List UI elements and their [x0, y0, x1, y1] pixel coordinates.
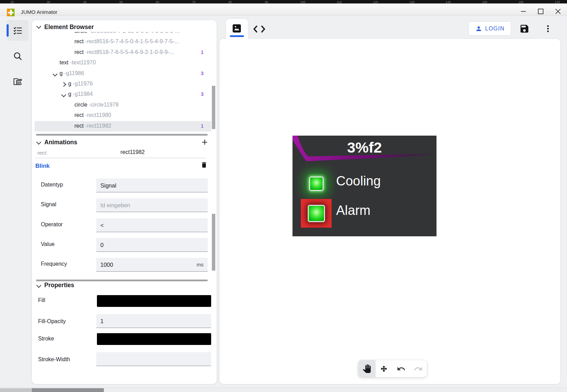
- checklist-icon: [13, 26, 22, 35]
- tree-hscrollbar-thumb[interactable]: [36, 134, 208, 136]
- stroke-color-swatch[interactable]: [97, 333, 211, 345]
- bottom-scrollbar[interactable]: [0, 388, 567, 392]
- stroke-label: Stroke: [38, 336, 54, 342]
- canvas-toolbar: [358, 360, 427, 377]
- folder-icon: [13, 77, 22, 86]
- tree-node-label: g -g11984: [68, 91, 93, 97]
- add-animation-button[interactable]: +: [201, 137, 208, 147]
- tab-design-view[interactable]: [226, 19, 248, 39]
- tree-row[interactable]: text -text11970: [35, 58, 211, 68]
- tree-row[interactable]: rect -rect119821: [35, 121, 211, 131]
- redo-icon: [414, 364, 423, 373]
- maximize-icon: [536, 7, 546, 16]
- ruler-label: 150: [480, 0, 489, 3]
- move-tool-button[interactable]: [376, 360, 393, 377]
- tree-node-label: text -text11970: [60, 60, 96, 66]
- ruler-label: 140: [444, 0, 453, 3]
- hand-icon: [362, 364, 371, 373]
- tree-scrollbar-thumb[interactable]: [212, 86, 215, 129]
- rail-item-elements[interactable]: [7, 20, 28, 41]
- tree-row[interactable]: rect -rect11980: [35, 110, 211, 121]
- image-icon: [232, 23, 242, 34]
- element-browser-header[interactable]: Element Browser: [32, 20, 217, 32]
- chevron-down-icon: [36, 283, 41, 288]
- form-row: SignalId eingeben: [32, 198, 217, 212]
- alarm-label[interactable]: Alarm: [336, 202, 370, 219]
- field-placeholder: Id eingeben: [100, 202, 130, 208]
- tree-node-label: rect -rect11982: [74, 123, 111, 129]
- field-label-value: Value: [41, 241, 55, 247]
- ruler-label: 40: [80, 0, 89, 3]
- tree-node-label: circle -circle11978: [74, 102, 119, 108]
- field-unit-suffix: ms: [197, 258, 204, 272]
- tree-row[interactable]: rect -rect8518-7-6-5-5-4-6-9-2-1-0-9-9-.…: [35, 47, 211, 58]
- save-button[interactable]: [519, 23, 530, 35]
- tree-row[interactable]: g -g119863: [35, 69, 211, 79]
- ruler-label: 20: [8, 0, 17, 3]
- kebab-menu-icon: [543, 24, 552, 33]
- pan-tool-button[interactable]: [358, 360, 376, 377]
- rail-selected-indicator: [7, 24, 9, 37]
- animation-name-link[interactable]: Blink: [35, 163, 50, 170]
- maximize-button[interactable]: [536, 7, 546, 16]
- properties-title: Properties: [44, 282, 74, 289]
- hmi-dark-panel[interactable]: 3%f2 Cooling Alarm: [292, 136, 436, 236]
- tree-row[interactable]: rect -rect8516-5-7-4-5-0-4-1-5-5-4-9-7-5…: [35, 37, 211, 47]
- chevron-down-icon[interactable]: [61, 92, 66, 97]
- fill-color-swatch[interactable]: [97, 295, 211, 307]
- fill-label: Fill: [38, 297, 45, 303]
- animation-target-label: rect:: [37, 150, 47, 156]
- alarm-selection-frame[interactable]: [301, 199, 332, 228]
- field-value: 1000: [100, 262, 113, 268]
- hmi-title[interactable]: 3%f2: [292, 139, 436, 156]
- tree-node-label: g -g11976: [68, 81, 93, 87]
- close-button[interactable]: [553, 7, 563, 16]
- redo-button[interactable]: [410, 360, 427, 377]
- tree-row[interactable]: g -g119843: [35, 89, 211, 100]
- ruler-label: 160: [516, 0, 525, 3]
- chevron-right-icon[interactable]: [61, 82, 66, 87]
- ruler-label: 120: [371, 0, 380, 3]
- more-menu-button[interactable]: [542, 23, 554, 35]
- field-label-datentyp: Datentyp: [41, 182, 63, 188]
- delete-animation-button[interactable]: [200, 161, 208, 170]
- tree-row[interactable]: circle -circle11978: [35, 100, 211, 110]
- tree-row[interactable]: g -g11976: [35, 79, 211, 89]
- active-tab-indicator: [230, 35, 244, 37]
- minimize-button[interactable]: [519, 7, 528, 16]
- fill-opacity-input[interactable]: 1: [96, 314, 211, 328]
- tab-code-view[interactable]: [251, 21, 267, 37]
- chevron-down-icon[interactable]: [53, 72, 57, 76]
- cooling-led-indicator[interactable]: [309, 176, 324, 191]
- rail-item-search[interactable]: [7, 46, 28, 66]
- scrollbar-corner: [0, 388, 32, 392]
- stroke-width-input[interactable]: [96, 352, 211, 366]
- bottom-scrollbar-thumb[interactable]: [32, 388, 104, 392]
- ruler-label: 50: [117, 0, 126, 3]
- cooling-label[interactable]: Cooling: [336, 173, 381, 189]
- ruler-label: 100: [298, 0, 307, 3]
- alarm-led-indicator[interactable]: [308, 205, 325, 222]
- fill-opacity-label: Fill-Opacity: [38, 318, 66, 325]
- field-input-value[interactable]: 0: [96, 238, 208, 252]
- save-icon: [519, 24, 530, 34]
- rail-item-assets[interactable]: [7, 71, 28, 92]
- field-value: 0: [100, 242, 104, 248]
- field-value: <: [100, 222, 104, 228]
- form-row: Operator<: [32, 218, 217, 232]
- field-input-signal[interactable]: Id eingeben: [96, 198, 208, 212]
- login-label: LOGIN: [485, 26, 505, 32]
- animations-title: Animations: [44, 139, 77, 146]
- undo-button[interactable]: [393, 360, 410, 377]
- ruler-label: 80: [226, 0, 235, 3]
- form-hscrollbar-thumb[interactable]: [36, 280, 208, 281]
- field-input-datentyp[interactable]: Signal: [96, 179, 208, 192]
- ruler-label: 170: [553, 0, 562, 3]
- field-input-frequency[interactable]: ms1000: [96, 258, 208, 272]
- design-canvas[interactable]: 3%f2 Cooling Alarm: [219, 39, 560, 384]
- login-button[interactable]: LOGIN: [468, 21, 511, 36]
- window-title: JUMO Animator: [21, 9, 57, 15]
- undo-icon: [397, 364, 406, 373]
- field-input-operator[interactable]: <: [96, 218, 208, 232]
- ruler-label: 70: [189, 0, 198, 3]
